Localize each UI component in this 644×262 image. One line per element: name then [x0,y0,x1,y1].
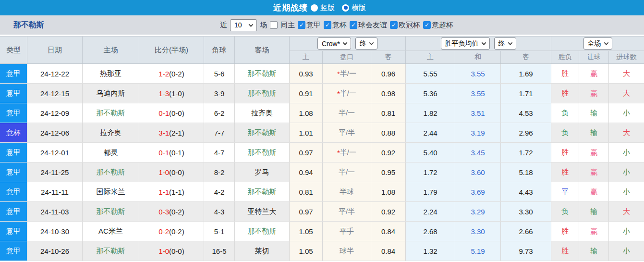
odds-time-select[interactable]: 终 [355,37,377,50]
type-cell: 意甲 [0,182,27,201]
away-team: 那不勒斯 [235,84,290,103]
away-odds-cell: 0.92 [371,202,406,221]
avg-draw-cell: 3.30 [455,222,501,241]
avg-name-select[interactable]: 胜平负均值 [441,37,490,50]
handicap-result-cell: 赢 [579,222,609,241]
half-score: (1-1) [169,188,184,196]
same-home-checkbox[interactable] [270,21,278,29]
date-cell: 24-12-22 [27,64,83,83]
league-checkbox[interactable]: ✓ [298,21,305,29]
date-cell: 24-12-01 [27,143,83,162]
home-team: 那不勒斯 [83,103,139,123]
table-row: 意甲24-10-26那不勒斯1-0(0-0)16-5莱切1.05球半0.841.… [0,241,644,261]
chevron-down-icon [508,40,512,45]
league-checkbox-item: ✓欧冠杯 [390,21,420,30]
corner-cell: 6-2 [204,103,235,123]
table-row: 意甲24-12-22热那亚1-2(0-2)5-6那不勒斯0.93*半/一0.96… [0,64,644,84]
goals-cell: 小 [609,222,644,241]
type-cell: 意甲 [0,143,27,162]
avg-home-cell: 5.36 [406,84,455,103]
date-cell: 24-12-06 [27,123,83,142]
type-cell: 意甲 [0,64,27,83]
type-cell: 意甲 [0,222,27,241]
radio-horizontal-label: 横版 [352,3,366,12]
handicap-cell: 半球 [323,182,371,201]
date-cell: 24-11-25 [27,162,83,182]
table-body: 意甲24-12-22热那亚1-2(0-2)5-6那不勒斯0.93*半/一0.96… [0,64,644,261]
result-cell: 胜 [551,162,579,182]
score-cell: 1-1(1-1) [139,182,204,201]
home-odds-cell: 0.97 [290,202,323,221]
away-team: 那不勒斯 [235,123,290,142]
full-score: 3-1 [158,129,169,137]
avg-home-cell: 2.24 [406,202,455,221]
half-score: (0-1) [169,149,184,157]
league-checkbox[interactable]: ✓ [350,21,357,29]
away-odds-cell: 1.08 [371,182,406,201]
full-score: 0-2 [158,227,169,236]
goals-cell: 小 [609,241,644,261]
radio-horizontal-option[interactable] [342,4,349,12]
league-label: 意超杯 [432,21,453,30]
away-odds-cell: 0.84 [371,241,406,261]
handicap-result-cell: 赢 [579,182,609,201]
avg-home-cell: 1.82 [406,103,455,123]
chevron-down-icon [604,40,608,45]
half-score: (2-1) [169,129,184,137]
away-team: 那不勒斯 [235,222,290,241]
league-checkbox-item: ✓意杯 [324,21,347,30]
odds-company-value: Crow* [322,40,340,48]
odds-company-select[interactable]: Crow* [317,37,351,50]
column-subheader: 和 [455,51,501,63]
avg-away-cell: 1.69 [501,64,551,83]
score-cell: 0-3(0-2) [139,202,204,221]
handicap-text: 半/一 [340,89,356,98]
column-header: 比分(半场) [139,37,204,63]
league-label: 意甲 [306,21,321,30]
date-cell: 24-11-11 [27,182,83,201]
result-cell: 负 [551,202,579,221]
avg-away-cell: 4.43 [501,182,551,201]
league-checkbox[interactable]: ✓ [390,21,398,29]
date-cell: 24-10-30 [27,222,83,241]
result-cell: 平 [551,182,579,201]
handicap-cell: *半/一 [323,84,371,103]
result-cell: 胜 [551,241,579,261]
handicap-text: 半/一 [339,168,355,177]
date-cell: 24-11-03 [27,202,83,221]
home-team: 那不勒斯 [83,202,139,221]
type-cell: 意甲 [0,162,27,182]
column-subheader: 主 [290,51,323,63]
match-count-select[interactable]: 10 [230,19,257,31]
away-odds-cell: 0.96 [371,64,406,83]
avg-time-value: 终 [498,39,505,48]
filter-bar: 那不勒斯 近 10 场 同主 ✓意甲✓意杯✓球会友谊✓欧冠杯✓意超杯 [0,15,644,35]
chevron-down-icon [369,40,374,45]
radio-vertical-option[interactable] [311,4,318,12]
column-subheader: 客 [501,51,551,63]
avg-draw-cell: 3.19 [455,123,501,142]
corner-cell: 4-2 [204,182,235,201]
chevron-down-icon [481,40,486,45]
league-checkbox[interactable]: ✓ [423,21,431,29]
table-row: 意甲24-12-15乌迪内斯1-3(1-0)3-9那不勒斯0.91*半/一0.9… [0,84,644,103]
handicap-text: 平手 [340,227,354,236]
handicap-text: 半球 [340,187,354,197]
avg-time-select[interactable]: 终 [494,37,516,50]
result-cell: 胜 [551,64,579,83]
league-checkbox[interactable]: ✓ [324,21,331,29]
title-bar: 近期战绩 竖版横版 [0,0,644,15]
result-cell: 负 [551,123,579,142]
type-cell: 意杯 [0,123,27,142]
result-cell: 负 [551,103,579,123]
handicap-cell: 半/一 [323,162,371,182]
avg-away-cell: 3.30 [501,202,551,221]
handicap-result-cell: 赢 [579,84,609,103]
handicap-cell: 平/半 [323,202,371,221]
type-cell: 意甲 [0,241,27,261]
scope-select[interactable]: 全场 [583,37,612,50]
result-cell: 胜 [551,84,579,103]
half-score: (0-2) [169,70,184,78]
odds-time-value: 终 [360,39,366,48]
away-odds-cell: 0.81 [371,103,406,123]
